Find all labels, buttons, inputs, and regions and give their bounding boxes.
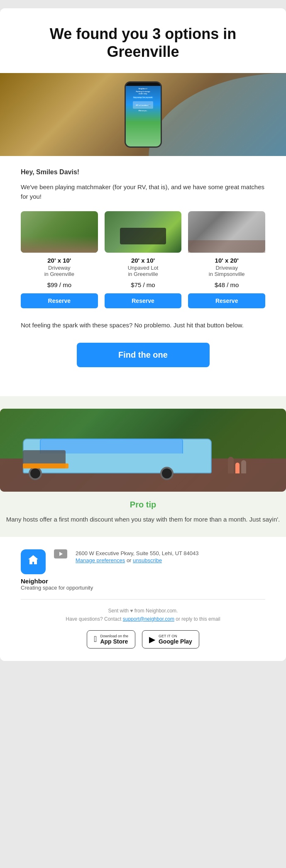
footer-right-col: 2600 W Executive Pkwy, Suite 550, Lehi, … xyxy=(54,549,265,564)
phone-screen: Neighbor ∨ Parking & storage made easy. … xyxy=(126,86,161,146)
footer-links: Manage preferences or unsubscribe xyxy=(76,557,199,563)
google-play-small-text: GET IT ON xyxy=(159,634,192,638)
listing-location-3: in Simpsonville xyxy=(209,271,245,277)
reserve-button-1[interactable]: Reserve xyxy=(21,293,98,308)
listing-size-3: 10' x 20' xyxy=(215,257,239,264)
play-triangle-icon xyxy=(59,552,63,556)
listing-type-2: Unpaved Lot xyxy=(128,265,159,271)
reserve-button-2[interactable]: Reserve xyxy=(105,293,182,308)
app-store-badge[interactable]:  Download on the App Store xyxy=(87,630,135,649)
footer-or-text: or xyxy=(127,557,133,563)
find-btn-container: Find the one xyxy=(21,343,265,367)
listing-card-3: 10' x 20' Driveway in Simpsonville $48 /… xyxy=(188,211,265,308)
listing-card-2: 20' x 10' Unpaved Lot in Greenville $75 … xyxy=(105,211,182,308)
listing-price-1: $99 / mo xyxy=(47,281,71,288)
hero-image: Neighbor ∨ Parking & storage made easy. … xyxy=(0,73,286,156)
listing-location-2: in Greenville xyxy=(128,271,158,277)
footer-divider xyxy=(21,599,265,600)
listing-image-3 xyxy=(188,211,265,253)
footer-address: 2600 W Executive Pkwy, Suite 550, Lehi, … xyxy=(76,549,199,558)
footer-logo-brand-row: 2600 W Executive Pkwy, Suite 550, Lehi, … xyxy=(21,549,265,574)
footer-section: 2600 W Executive Pkwy, Suite 550, Lehi, … xyxy=(0,537,286,661)
phone-screen-text: Neighbor ∨ Parking & storage made easy. … xyxy=(133,88,153,112)
body-section: Hey, Smiles Davis! We've been playing ma… xyxy=(0,156,286,396)
greeting-text: Hey, Smiles Davis! xyxy=(21,168,265,176)
google-play-text-container: GET IT ON Google Play xyxy=(159,634,192,645)
footer-social-address-row: 2600 W Executive Pkwy, Suite 550, Lehi, … xyxy=(54,549,265,564)
listing-card-1: 20' x 10' Driveway in Greenville $99 / m… xyxy=(21,211,98,308)
pro-tip-image xyxy=(0,409,286,492)
header-section: We found you 3 options in Greenville xyxy=(0,8,286,73)
apple-icon:  xyxy=(94,634,97,644)
page-title: We found you 3 options in Greenville xyxy=(12,25,274,61)
listing-type-1: Driveway xyxy=(48,265,70,271)
unsubscribe-link[interactable]: unsubscribe xyxy=(133,557,162,563)
listing-image-1 xyxy=(21,211,98,253)
app-store-small-text: Download on the xyxy=(100,634,128,638)
footer-contact-text: Have questions? Contact support@neighbor… xyxy=(21,616,265,622)
neighbor-logo-icon xyxy=(27,553,40,570)
listing-size-2: 20' x 10' xyxy=(131,257,155,264)
pro-tip-text: Many hosts offer a first month discount … xyxy=(0,514,286,524)
intro-text: We've been playing matchmaker (for your … xyxy=(21,183,265,201)
listing-price-2: $75 / mo xyxy=(131,281,155,288)
footer-address-block: 2600 W Executive Pkwy, Suite 550, Lehi, … xyxy=(76,549,199,564)
listing-type-3: Driveway xyxy=(215,265,237,271)
app-store-text-container: Download on the App Store xyxy=(100,634,128,645)
footer-sent-text: Sent with ♥ from Neighbor.com. xyxy=(21,608,265,614)
listing-size-1: 20' x 10' xyxy=(47,257,71,264)
cta-text: Not feeling the spark with these spaces?… xyxy=(21,321,265,330)
phone-notch xyxy=(135,83,152,86)
youtube-icon[interactable] xyxy=(54,549,67,558)
listing-image-2 xyxy=(105,211,182,253)
reserve-button-3[interactable]: Reserve xyxy=(188,293,265,308)
google-play-badge[interactable]: ▶ GET IT ON Google Play xyxy=(142,630,199,649)
manage-preferences-link[interactable]: Manage preferences xyxy=(76,557,125,563)
email-container: We found you 3 options in Greenville Nei… xyxy=(0,8,286,661)
google-play-large-text: Google Play xyxy=(159,638,192,645)
neighbor-logo xyxy=(21,549,46,574)
pro-tip-section: Pro tip Many hosts offer a first month d… xyxy=(0,396,286,537)
footer-brand-block: Neighbor Creating space for opportunity xyxy=(21,578,265,591)
find-the-one-button[interactable]: Find the one xyxy=(77,343,210,367)
contact-email-link[interactable]: support@neighbor.com xyxy=(123,616,174,622)
listing-price-3: $48 / mo xyxy=(215,281,239,288)
brand-tagline: Creating space for opportunity xyxy=(21,585,265,591)
pro-tip-label: Pro tip xyxy=(0,500,286,510)
phone-mockup: Neighbor ∨ Parking & storage made easy. … xyxy=(125,81,162,148)
google-play-icon: ▶ xyxy=(149,634,155,644)
brand-name: Neighbor xyxy=(21,578,265,585)
app-badges:  Download on the App Store ▶ GET IT ON … xyxy=(21,630,265,649)
listing-location-1: in Greenville xyxy=(44,271,74,277)
app-store-large-text: App Store xyxy=(100,638,128,645)
listings-row: 20' x 10' Driveway in Greenville $99 / m… xyxy=(21,211,265,308)
